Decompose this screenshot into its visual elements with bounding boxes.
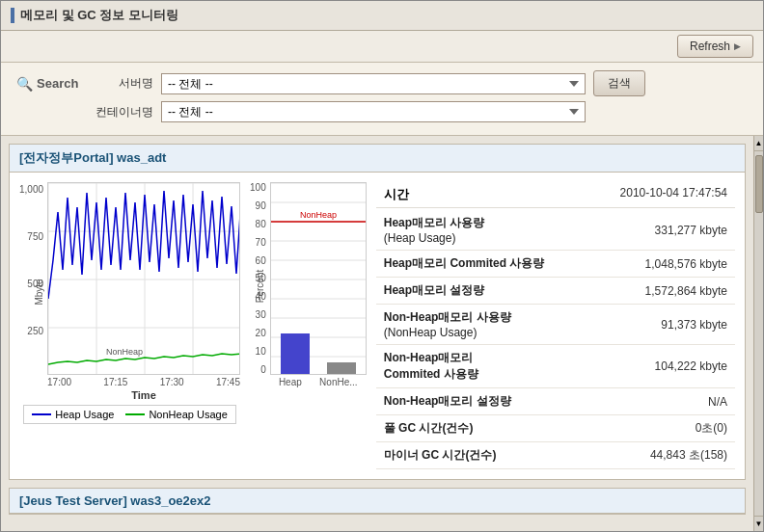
stat-label: Non-Heap매모리Commited 사용량 bbox=[376, 345, 591, 388]
container-select[interactable]: -- 전체 -- bbox=[161, 101, 586, 122]
x-1700: 17:00 bbox=[47, 377, 71, 387]
x-1730: 17:30 bbox=[160, 377, 184, 387]
scroll-down-arrow[interactable]: ▼ bbox=[754, 516, 763, 531]
stat-value: 0초(0) bbox=[591, 415, 735, 442]
server-row: 🔍 Search 서버명 -- 전체 -- 검색 bbox=[16, 70, 748, 96]
svg-rect-25 bbox=[327, 362, 356, 375]
x-axis-title: Time bbox=[47, 389, 240, 401]
stat-label: 풀 GC 시간(건수) bbox=[376, 415, 591, 442]
bar-y-axis-label: Percent bbox=[254, 269, 264, 302]
stat-value: 1,572,864 kbyte bbox=[591, 278, 735, 305]
search-magnifier-icon: 🔍 bbox=[16, 76, 33, 92]
stat-label: Heap매모리 사용량(Heap Usage) bbox=[376, 210, 591, 251]
legend-heap-label: Heap Usage bbox=[55, 409, 114, 420]
y-1000: 1,000 bbox=[19, 184, 43, 195]
x-axis-labels: 17:00 17:15 17:30 17:45 bbox=[47, 375, 240, 389]
by-60: 60 bbox=[250, 255, 266, 266]
search-icon-area: 🔍 Search bbox=[16, 76, 94, 92]
stat-value: 104,222 kbyte bbox=[591, 345, 735, 388]
bar-chart-svg: NonHeap bbox=[270, 182, 367, 375]
scrollbar[interactable]: ▲ ▼ bbox=[753, 136, 763, 531]
by-30: 30 bbox=[250, 309, 266, 320]
legend-heap-color bbox=[32, 413, 51, 415]
bar-chart-wrapper: 100 90 80 70 60 50 40 30 20 10 0 bbox=[250, 182, 367, 389]
stat-label: Non-Heap매모리 사용량(NonHeap Usage) bbox=[376, 305, 591, 345]
table-row: Heap매모리 Commited 사용량 1,048,576 kbyte bbox=[376, 251, 735, 278]
chart-legend: Heap Usage NonHeap Usage bbox=[23, 405, 236, 424]
by-0: 0 bbox=[250, 364, 266, 375]
line-chart-area: 1,000 750 500 250 Mbyte bbox=[19, 182, 240, 469]
section-1-body: 1,000 750 500 250 Mbyte bbox=[10, 173, 745, 479]
server-select[interactable]: -- 전체 -- bbox=[161, 73, 586, 94]
by-80: 80 bbox=[250, 219, 266, 229]
by-100: 100 bbox=[250, 182, 266, 193]
title-bar: 메모리 및 GC 정보 모니터링 bbox=[1, 1, 763, 31]
memory-stats-table: Heap매모리 사용량(Heap Usage) 331,277 kbyte He… bbox=[376, 210, 735, 469]
search-panel: 🔍 Search 서버명 -- 전체 -- 검색 컨테이너명 -- 전체 -- bbox=[1, 63, 763, 136]
table-row: Non-Heap매모리Commited 사용량 104,222 kbyte bbox=[376, 345, 735, 388]
section-1: [전자정부Portal] was_adt 1,000 750 500 250 bbox=[9, 144, 746, 480]
main-scroll[interactable]: [전자정부Portal] was_adt 1,000 750 500 250 bbox=[1, 136, 753, 531]
section-1-header: [전자정부Portal] was_adt bbox=[10, 145, 745, 173]
table-row: Heap매모리 사용량(Heap Usage) 331,277 kbyte bbox=[376, 210, 735, 251]
legend-nonheap: NonHeap Usage bbox=[125, 409, 227, 420]
line-chart-svg: NonHeap bbox=[47, 182, 240, 375]
by-10: 10 bbox=[250, 346, 266, 357]
stat-value: 44,843 초(158) bbox=[591, 442, 735, 469]
stat-value: N/A bbox=[591, 388, 735, 415]
section-2-header[interactable]: [Jeus Test Server] was3_oe2ex2 bbox=[10, 489, 745, 514]
container-row: 컨테이너명 -- 전체 -- bbox=[16, 101, 748, 122]
search-button[interactable]: 검색 bbox=[593, 70, 645, 96]
bar-nonheap-label: NonHe... bbox=[319, 377, 357, 387]
table-row: 마이너 GC 시간(건수) 44,843 초(158) bbox=[376, 442, 735, 469]
section-2: [Jeus Test Server] was3_oe2ex2 bbox=[9, 488, 746, 515]
scroll-up-arrow[interactable]: ▲ bbox=[754, 136, 763, 151]
stat-label: 마이너 GC 시간(건수) bbox=[376, 442, 591, 469]
x-1715: 17:15 bbox=[103, 377, 127, 387]
table-row: Non-Heap매모리 설정량 N/A bbox=[376, 388, 735, 415]
time-label: 시간 bbox=[384, 186, 409, 203]
by-90: 90 bbox=[250, 200, 266, 211]
time-value: 2010-10-04 17:47:54 bbox=[620, 186, 727, 203]
x-1745: 17:45 bbox=[216, 377, 240, 387]
by-70: 70 bbox=[250, 237, 266, 248]
legend-nonheap-color bbox=[125, 413, 145, 415]
search-label: Search bbox=[37, 76, 78, 91]
refresh-button[interactable]: Refresh bbox=[677, 35, 753, 58]
table-row: Non-Heap매모리 사용량(NonHeap Usage) 91,373 kb… bbox=[376, 305, 735, 345]
stats-table: 시간 2010-10-04 17:47:54 Heap매모리 사용량(Heap … bbox=[376, 182, 735, 469]
bar-x-labels: Heap NonHe... bbox=[270, 375, 367, 389]
bar-chart-area: 100 90 80 70 60 50 40 30 20 10 0 bbox=[250, 182, 367, 469]
legend-nonheap-label: NonHeap Usage bbox=[149, 409, 227, 420]
stat-value: 1,048,576 kbyte bbox=[591, 251, 735, 278]
y-axis-label: Mbyte bbox=[34, 279, 44, 305]
by-20: 20 bbox=[250, 328, 266, 338]
line-chart-wrapper: 1,000 750 500 250 Mbyte bbox=[19, 182, 240, 401]
table-row: Heap매모리 설정량 1,572,864 kbyte bbox=[376, 278, 735, 305]
svg-text:NonHeap: NonHeap bbox=[106, 347, 143, 357]
scrollbar-thumb[interactable] bbox=[755, 155, 763, 213]
accent-bar bbox=[11, 8, 14, 23]
y-750: 750 bbox=[19, 231, 43, 242]
table-row: 풀 GC 시간(건수) 0초(0) bbox=[376, 415, 735, 442]
server-label: 서버명 bbox=[94, 75, 161, 92]
bar-heap-label: Heap bbox=[279, 377, 302, 387]
stats-header: 시간 2010-10-04 17:47:54 bbox=[376, 182, 735, 208]
legend-heap: Heap Usage bbox=[32, 409, 114, 420]
page-title: 메모리 및 GC 정보 모니터링 bbox=[20, 7, 178, 24]
svg-text:NonHeap: NonHeap bbox=[300, 210, 337, 220]
stat-value: 331,277 kbyte bbox=[591, 210, 735, 251]
stat-label: Heap매모리 Commited 사용량 bbox=[376, 251, 591, 278]
y-250: 250 bbox=[19, 326, 43, 336]
stat-label: Non-Heap매모리 설정량 bbox=[376, 388, 591, 415]
stat-label: Heap매모리 설정량 bbox=[376, 278, 591, 305]
container-label: 컨테이너명 bbox=[94, 104, 161, 120]
stat-value: 91,373 kbyte bbox=[591, 305, 735, 345]
svg-rect-24 bbox=[281, 333, 310, 375]
toolbar: Refresh bbox=[1, 31, 763, 63]
